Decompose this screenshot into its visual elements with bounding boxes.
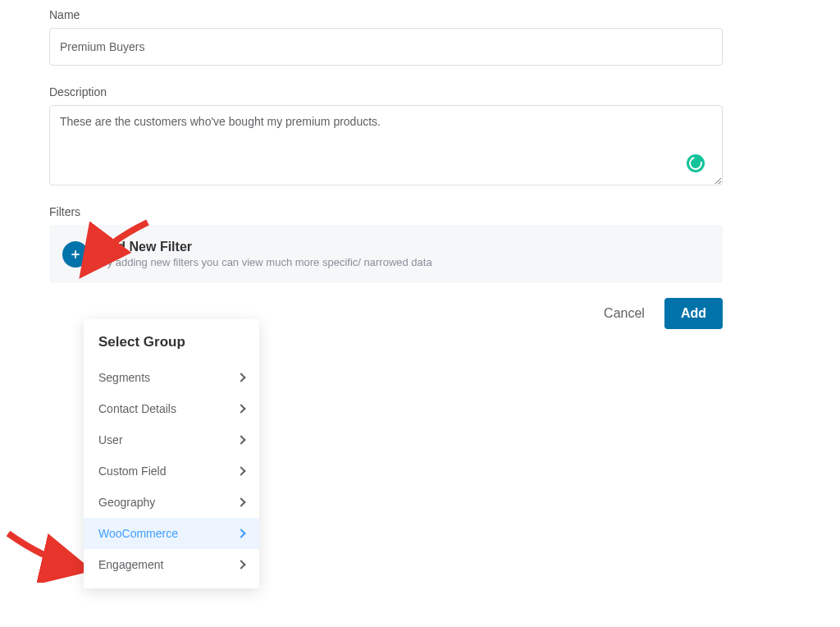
dropdown-item-label: Custom Field	[98, 465, 166, 478]
dropdown-item-engagement[interactable]: Engagement	[84, 549, 259, 580]
dropdown-item-woocommerce[interactable]: WooCommerce	[84, 518, 259, 549]
chevron-right-icon	[236, 497, 245, 506]
dropdown-title: Select Group	[84, 334, 259, 362]
grammarly-icon	[687, 154, 705, 172]
name-label: Name	[49, 8, 791, 21]
filters-label: Filters	[49, 205, 791, 218]
add-button[interactable]: Add	[664, 298, 723, 329]
dropdown-item-label: User	[98, 433, 123, 446]
description-label: Description	[49, 85, 791, 98]
chevron-right-icon	[236, 435, 245, 444]
add-new-filter-row[interactable]: Add New Filter By adding new filters you…	[49, 225, 723, 283]
cancel-button[interactable]: Cancel	[604, 306, 645, 321]
dropdown-item-geography[interactable]: Geography	[84, 487, 259, 518]
chevron-right-icon	[236, 373, 245, 382]
dropdown-item-label: Segments	[98, 371, 150, 384]
chevron-right-icon	[236, 466, 245, 475]
plus-icon[interactable]	[62, 241, 89, 268]
chevron-right-icon	[236, 404, 245, 413]
chevron-right-icon	[236, 560, 245, 569]
dropdown-item-label: Geography	[98, 496, 155, 509]
description-input[interactable]	[49, 105, 723, 185]
dropdown-item-segments[interactable]: Segments	[84, 362, 259, 393]
dropdown-item-custom-field[interactable]: Custom Field	[84, 455, 259, 487]
dropdown-item-user[interactable]: User	[84, 424, 259, 455]
add-filter-title: Add New Filter	[100, 240, 432, 254]
dropdown-item-label: Contact Details	[98, 402, 176, 415]
chevron-right-icon	[236, 529, 245, 538]
select-group-dropdown[interactable]: Select Group SegmentsContact DetailsUser…	[84, 319, 259, 588]
name-input[interactable]	[49, 28, 723, 66]
dropdown-item-label: Engagement	[98, 558, 163, 571]
dropdown-item-label: WooCommerce	[98, 527, 178, 540]
dropdown-item-contact-details[interactable]: Contact Details	[84, 393, 259, 424]
add-filter-subtitle: By adding new filters you can view much …	[100, 256, 432, 268]
